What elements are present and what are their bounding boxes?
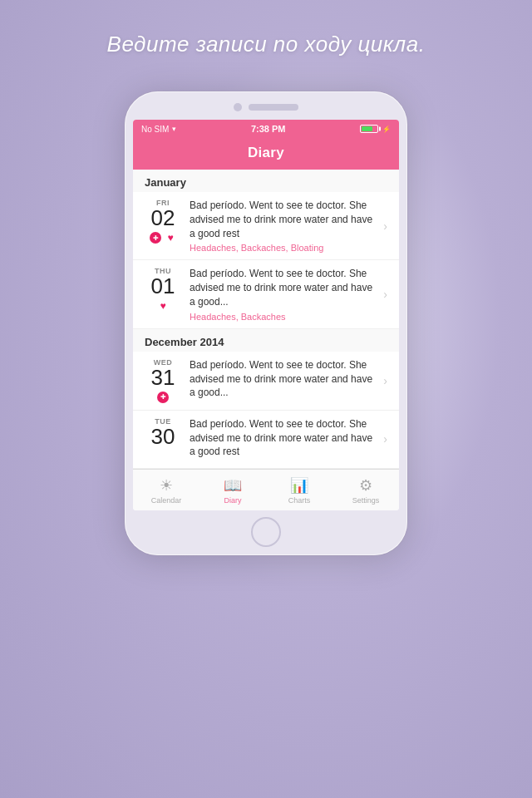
entry-tags: Headaches, Backaches <box>190 312 378 322</box>
entry-body: Bad períodо. Went to see te doctor. She … <box>190 199 378 253</box>
wifi-icon: ▾ <box>172 125 176 133</box>
entry-date-tue-30: TUE 30 <box>145 417 181 461</box>
entry-body: Bad períodо. Went to see te doctor. She … <box>190 267 378 321</box>
tab-settings[interactable]: ⚙ Settings <box>332 470 399 510</box>
entry-body: Bad período. Went to see te doctor. She … <box>190 358 378 403</box>
day-num: 02 <box>151 207 175 229</box>
diary-icon: 📖 <box>224 476 242 495</box>
tab-bar: ☀ Calendar 📖 Diary 📊 Charts ⚙ Settings <box>133 469 399 510</box>
settings-icon: ⚙ <box>359 476 372 495</box>
heart-icon: ♥ <box>157 300 169 312</box>
entry-body: Bad períodо. Went to see te doctor. She … <box>190 417 378 461</box>
phone-bottom <box>133 517 399 547</box>
diary-content: January FRI 02 ♥ Bad períodо. Went to se… <box>133 170 399 469</box>
status-right: ⚡ <box>360 125 391 133</box>
day-num: 31 <box>151 367 175 388</box>
status-bar: No SIM ▾ 7:38 PM ⚡ <box>133 120 399 138</box>
battery-fill <box>362 126 373 131</box>
tab-calendar[interactable]: ☀ Calendar <box>133 470 200 510</box>
phone-top <box>133 103 399 111</box>
bolt-icon: ⚡ <box>382 126 391 133</box>
period-icon <box>150 232 161 244</box>
period-icon <box>157 392 169 403</box>
heart-icon: ♥ <box>165 232 176 244</box>
chevron-right-icon: › <box>383 432 387 446</box>
tab-diary[interactable]: 📖 Diary <box>200 470 266 510</box>
app-title: Diary <box>248 145 284 160</box>
entry-dec-31[interactable]: WED 31 Bad período. Went to see te docto… <box>133 352 399 411</box>
month-label-december: December 2014 <box>133 329 399 352</box>
status-time: 7:38 PM <box>251 124 286 134</box>
entry-jan-02[interactable]: FRI 02 ♥ Bad períodо. Went to see te doc… <box>133 192 399 260</box>
phone-speaker <box>249 104 298 111</box>
phone-camera <box>234 103 242 111</box>
entry-text: Bad períodо. Went to see te doctor. She … <box>190 417 378 459</box>
entry-icons: ♥ <box>150 232 176 244</box>
tab-settings-label: Settings <box>352 496 380 505</box>
tab-calendar-label: Calendar <box>151 496 182 505</box>
entry-jan-01[interactable]: THU 01 ♥ Bad períodо. Went to see te doc… <box>133 260 399 328</box>
chevron-right-icon: › <box>383 219 387 233</box>
month-label-january: January <box>133 170 399 192</box>
entry-dec-30[interactable]: TUE 30 Bad períodо. Went to see te docto… <box>133 411 399 469</box>
entry-date-fri-02: FRI 02 ♥ <box>145 199 181 253</box>
entry-icons: ♥ <box>157 300 169 312</box>
carrier-label: No SIM <box>141 125 169 134</box>
entry-text: Bad períodо. Went to see te doctor. She … <box>190 199 378 240</box>
entry-date-thu-01: THU 01 ♥ <box>145 267 181 321</box>
tab-charts-label: Charts <box>288 496 311 505</box>
charts-icon: 📊 <box>290 476 308 495</box>
day-num: 30 <box>151 426 175 447</box>
tab-diary-label: Diary <box>224 496 241 505</box>
entry-text: Bad período. Went to see te doctor. She … <box>190 358 378 400</box>
screen: No SIM ▾ 7:38 PM ⚡ Diary January <box>133 120 399 510</box>
chevron-right-icon: › <box>383 288 387 301</box>
home-button[interactable] <box>251 517 281 547</box>
status-left: No SIM ▾ <box>141 125 176 134</box>
phone-mockup: No SIM ▾ 7:38 PM ⚡ Diary January <box>125 91 407 555</box>
entry-date-wed-31: WED 31 <box>145 358 181 403</box>
entry-text: Bad períodо. Went to see te doctor. She … <box>190 267 378 308</box>
entry-icons <box>157 392 169 403</box>
battery-icon <box>360 125 378 133</box>
chevron-right-icon: › <box>383 374 387 387</box>
calendar-icon: ☀ <box>160 476 173 495</box>
tagline: Ведите записи по ходу цикла. <box>0 32 532 57</box>
day-num: 01 <box>151 275 175 297</box>
phone-shell: No SIM ▾ 7:38 PM ⚡ Diary January <box>125 91 407 555</box>
tab-charts[interactable]: 📊 Charts <box>266 470 332 510</box>
entry-tags: Headaches, Backaches, Bloating <box>190 243 378 253</box>
app-header: Diary <box>133 138 399 170</box>
